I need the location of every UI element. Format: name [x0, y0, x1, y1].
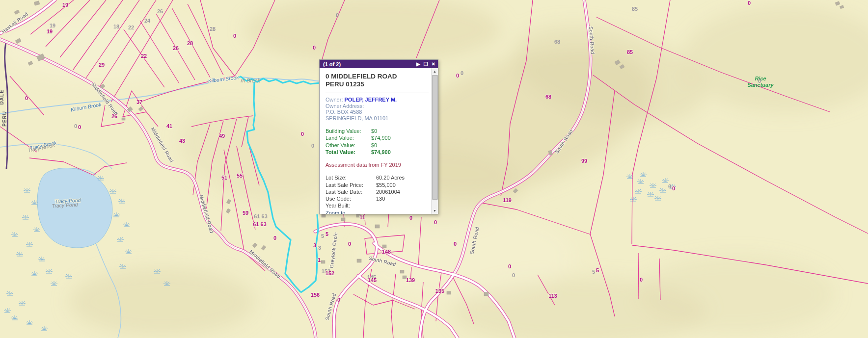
- zoom-to-link[interactable]: Zoom to: [326, 210, 345, 214]
- parcel-number-label: 5: [592, 269, 595, 275]
- parcel-number-label: 0: [273, 235, 276, 241]
- parcel-address-title: 0 MIDDLEFIELD ROAD PERU 01235: [326, 73, 430, 88]
- parcel-number-label: 19: [62, 2, 68, 8]
- parcel-number-label: 59: [243, 210, 248, 216]
- parcel-number-label: 51: [221, 175, 227, 181]
- data-row: Last Sale Price:$55,000: [326, 182, 430, 188]
- parcel-number-label: 5: [321, 233, 324, 239]
- parcel-number-label: 0: [640, 277, 643, 283]
- parcel-number-label: 61 63: [253, 221, 267, 227]
- parcel-number-label: 0: [758, 78, 761, 84]
- page-indicator: (1 of 2): [323, 61, 341, 67]
- parcel-number-label: 0: [461, 70, 463, 76]
- parcel-number-label: 29: [99, 62, 105, 68]
- parcel-number-label: 0: [512, 272, 515, 278]
- scroll-up-icon[interactable]: ▲: [432, 68, 438, 75]
- scrollbar-thumb[interactable]: [432, 75, 438, 200]
- parcel-number-label: 49: [219, 133, 225, 139]
- owner-address-label: Owner Address:: [326, 103, 430, 109]
- data-row: Other Value:$0: [326, 142, 430, 149]
- parcel-number-label: 1: [318, 257, 321, 263]
- owner-label: Owner:: [326, 97, 343, 103]
- parcel-number-label: 85: [632, 6, 638, 12]
- parcel-number-label: 85: [627, 49, 633, 55]
- parcel-number-label: 11: [359, 214, 365, 220]
- parcel-number-label: 152: [326, 270, 334, 276]
- parcel-number-label: 37: [136, 99, 142, 105]
- popup-header: (1 of 2) ▶ ❐ ✕: [320, 60, 438, 68]
- parcel-number-label: 26: [173, 45, 179, 51]
- assessment-note: Assessment data from FY 2019: [326, 162, 430, 168]
- parcel-number-label: 145: [368, 277, 377, 283]
- divider: [326, 93, 429, 93]
- parcel-number-label: 0: [434, 219, 437, 225]
- parcel-number-label: 0: [78, 124, 81, 130]
- parcel-number-label: 41: [166, 123, 172, 129]
- data-row: Year Built:: [326, 202, 430, 209]
- parcel-number-label: 0: [25, 95, 28, 101]
- data-row: Total Value:$74,900: [326, 149, 430, 156]
- parcel-number-label: 0: [456, 73, 459, 78]
- parcel-number-label: 43: [179, 138, 185, 144]
- data-row: Last Sale Date:20061004: [326, 188, 430, 195]
- parcel-number-label: 26: [157, 8, 163, 14]
- owner-name: POLEP, JEFFREY M.: [345, 97, 397, 103]
- parcel-number-label: 0: [668, 183, 671, 189]
- close-icon[interactable]: ✕: [432, 60, 435, 68]
- water-name-label: rn Brook: [241, 78, 260, 83]
- parcel-number-label: 0: [336, 12, 339, 18]
- parcel-number-label: 148: [382, 249, 391, 255]
- parcel-number-label: 119: [503, 197, 512, 203]
- parcel-number-label: 68: [545, 94, 551, 100]
- parcel-number-label: 139: [406, 277, 415, 283]
- parcel-number-label: 68: [554, 39, 560, 45]
- next-record-icon[interactable]: ▶: [416, 60, 420, 68]
- maximize-icon[interactable]: ❐: [424, 60, 428, 68]
- parcel-details: Lot Size:60.20 AcresLast Sale Price:$55,…: [326, 174, 430, 209]
- parcel-number-label: 22: [141, 53, 147, 59]
- data-row: Building Value:$0: [326, 128, 430, 134]
- parcel-number-label: 0: [74, 123, 77, 129]
- town-name-label: PERU: [2, 111, 7, 127]
- gis-map-viewer: Kilburn BrookKilburn Brookrn BrookTracy …: [0, 0, 868, 338]
- parcel-number-label: 3: [318, 245, 321, 251]
- parcel-number-label: 55: [237, 173, 243, 179]
- parcel-number-label: 135: [435, 288, 444, 294]
- parcel-number-label: 26: [111, 113, 117, 119]
- parcel-number-label: 19: [47, 28, 53, 34]
- parcel-number-label: 3: [313, 242, 316, 248]
- parcel-number-label: 0: [748, 0, 751, 6]
- data-row: Use Code:130: [326, 195, 430, 202]
- parcel-number-label: 156: [311, 292, 320, 298]
- parcel-number-label: 0: [348, 241, 351, 247]
- parcel-number-label: 0: [311, 143, 314, 149]
- parcel-number-label: 5: [596, 267, 599, 273]
- parcel-number-label: 0: [672, 185, 675, 191]
- parcel-number-label: 0: [337, 297, 340, 303]
- data-row: Lot Size:60.20 Acres: [326, 174, 430, 181]
- scroll-down-icon[interactable]: ▼: [432, 208, 438, 214]
- parcel-number-label: 113: [548, 293, 557, 299]
- parcel-number-label: 61 63: [254, 213, 268, 219]
- data-row: Land Value:$74,900: [326, 134, 430, 141]
- parcel-number-label: 99: [581, 158, 587, 164]
- parcel-number-label: 22: [128, 25, 134, 30]
- parcel-number-label: 24: [144, 18, 151, 24]
- parcel-number-label: 0: [313, 45, 316, 51]
- parcel-number-label: 0: [454, 241, 457, 247]
- parcel-number-label: 28: [187, 40, 193, 46]
- popup-scrollbar[interactable]: ▲ ▼: [431, 68, 438, 214]
- owner-address-line1: P.O. BOX 4588: [326, 109, 430, 115]
- owner-block: Owner: POLEP, JEFFREY M. Owner Address: …: [326, 97, 430, 121]
- parcel-info-popup: (1 of 2) ▶ ❐ ✕ 0 MIDDLEFIELD ROAD PERU 0…: [319, 59, 438, 214]
- parcel-number-label: 18: [113, 24, 119, 29]
- parcel-number-label: 28: [210, 26, 216, 32]
- popup-body: 0 MIDDLEFIELD ROAD PERU 01235 Owner: POL…: [320, 68, 432, 214]
- owner-address-line2: SPRINGFIELD, MA 01101: [326, 115, 430, 121]
- parcel-number-label: 5: [326, 231, 328, 237]
- parcel-number-label: 0: [233, 33, 236, 39]
- parcel-number-label: 0: [508, 263, 511, 269]
- parcel-number-label: 0: [301, 131, 304, 137]
- assessed-values: Building Value:$0Land Value:$74,900Other…: [326, 128, 430, 156]
- town-name-label: DALE: [0, 89, 4, 104]
